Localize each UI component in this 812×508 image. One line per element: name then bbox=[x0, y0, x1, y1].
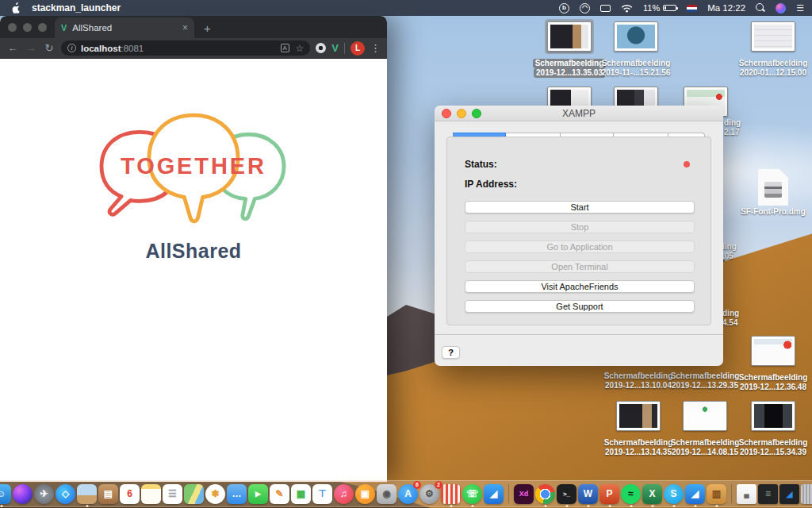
tab-title: AllShared bbox=[72, 23, 177, 33]
dock-app-icon-popcorn[interactable] bbox=[441, 484, 461, 504]
dock-app-icon-numbers[interactable]: ▦ bbox=[291, 484, 311, 504]
dock-app-icon-calendar[interactable]: 6 bbox=[120, 484, 140, 504]
new-tab-button[interactable]: + bbox=[194, 21, 220, 38]
tab-close-icon[interactable]: × bbox=[182, 22, 188, 33]
active-app-name[interactable]: stackman_launcher bbox=[32, 2, 121, 13]
dock-file-icon-node-terminal-window[interactable]: ≡ bbox=[758, 484, 778, 504]
file-thumbnail[interactable] bbox=[751, 401, 795, 431]
dock-app-icon-skype[interactable]: S bbox=[664, 484, 684, 504]
file-thumbnail[interactable] bbox=[614, 21, 658, 52]
file-thumbnail[interactable] bbox=[751, 336, 795, 366]
dock-app-icon-whatsapp[interactable]: ☏ bbox=[462, 484, 482, 504]
file-thumbnail[interactable] bbox=[547, 21, 592, 52]
dock-app-icon-pages[interactable]: ✎ bbox=[270, 484, 289, 504]
desktop-icon-screenshot[interactable]: Schermafbeelding2019-12...15.34.39 bbox=[729, 398, 812, 457]
site-info-icon[interactable]: i bbox=[67, 44, 76, 52]
forward-icon[interactable]: → bbox=[25, 42, 37, 54]
dock-app-icon-chrome[interactable] bbox=[535, 484, 555, 504]
input-language-flag-nl[interactable] bbox=[687, 5, 697, 12]
status-indicator-red bbox=[684, 161, 690, 167]
dock-app-icon-photos[interactable]: ✽ bbox=[205, 484, 225, 504]
dock-app-icon-finder[interactable]: ☺ bbox=[0, 484, 11, 504]
dock-file-icon-trash[interactable] bbox=[801, 484, 812, 504]
dock-app-icon-itunes[interactable]: ♫ bbox=[334, 484, 354, 504]
xampp-action-button[interactable]: Open Terminal bbox=[465, 260, 695, 273]
battery-icon bbox=[663, 5, 676, 11]
url-text[interactable]: localhost:8081 bbox=[81, 44, 144, 53]
minimize-window-button[interactable] bbox=[23, 23, 32, 32]
dock-app-icon-screenshot[interactable]: ◉ bbox=[377, 484, 396, 504]
xampp-titlebar[interactable]: XAMPP bbox=[435, 106, 723, 121]
dock-app-icon-vscode-2[interactable]: ◢ bbox=[685, 484, 705, 504]
dock-app-icon-excel[interactable]: X bbox=[642, 484, 662, 504]
notification-center-icon[interactable]: ☰ bbox=[796, 2, 804, 13]
file-thumbnail[interactable] bbox=[751, 21, 795, 52]
xampp-action-button[interactable]: Start bbox=[465, 201, 695, 214]
translate-icon[interactable]: A bbox=[281, 44, 289, 52]
browser-tab[interactable]: V AllShared × bbox=[55, 17, 194, 38]
dock-app-icon-system-preferences[interactable]: ⚙ 2 bbox=[419, 484, 439, 504]
dock-file-icon-document-file[interactable]: ▄ bbox=[737, 484, 756, 504]
dock-app-icon-preview[interactable] bbox=[77, 484, 97, 504]
airplay-display-icon[interactable] bbox=[600, 5, 611, 12]
close-window-button[interactable] bbox=[8, 23, 17, 32]
dock-app-icon-messages[interactable]: … bbox=[227, 484, 247, 504]
reload-icon[interactable]: ↻ bbox=[43, 42, 56, 54]
dock-file-icon-vscode-window[interactable]: ◢ bbox=[779, 484, 799, 504]
dock-app-icon-reminders[interactable]: ☰ bbox=[163, 484, 182, 504]
dock-app-icon-adobe-xd[interactable]: Xd bbox=[514, 484, 534, 504]
dock-app-icon-vscode[interactable]: ◢ bbox=[484, 484, 504, 504]
window-controls[interactable] bbox=[0, 23, 55, 38]
bookmark-star-icon[interactable]: ☆ bbox=[296, 43, 304, 54]
xampp-action-button[interactable]: Get Support bbox=[465, 300, 695, 313]
back-icon[interactable]: ← bbox=[6, 42, 19, 54]
backup-status-icon[interactable]: b bbox=[559, 3, 569, 13]
dock-app-icon-contacts[interactable]: ▤ bbox=[98, 484, 118, 504]
dock-app-icon-facetime[interactable]: ▶ bbox=[248, 484, 268, 504]
help-button[interactable]: ? bbox=[442, 346, 460, 359]
menu-bar-clock[interactable]: Ma 12:22 bbox=[707, 3, 745, 13]
dock-app-icon-archive-box[interactable]: ▥ bbox=[707, 484, 726, 504]
battery-indicator[interactable]: 11% bbox=[643, 3, 676, 13]
dock-app-icon-appstore[interactable]: A 6 bbox=[398, 484, 418, 504]
ip-address-label: IP Address: bbox=[465, 179, 517, 190]
dock: ☺ ✈ ◇ bbox=[0, 480, 812, 507]
chrome-menu-icon[interactable]: ⋮ bbox=[370, 42, 381, 54]
apple-menu-icon[interactable] bbox=[11, 2, 21, 13]
desktop-icon-screenshot[interactable]: Schermafbeelding2020-01...12.15.00 bbox=[729, 19, 812, 78]
dock-app-icon-maps[interactable] bbox=[184, 484, 204, 504]
dock-apps-group: ☺ ✈ ◇ bbox=[0, 484, 504, 504]
dock-app-icon-word[interactable]: W bbox=[578, 484, 598, 504]
dock-app-icon-safari[interactable]: ◇ bbox=[56, 484, 75, 504]
window-title: XAMPP bbox=[435, 108, 723, 119]
address-bar[interactable]: i localhost:8081 A ☆ bbox=[61, 40, 310, 56]
xampp-action-button[interactable]: Stop bbox=[465, 221, 695, 233]
spotlight-search-icon[interactable] bbox=[756, 3, 765, 13]
profile-avatar[interactable]: L bbox=[350, 41, 365, 56]
xampp-action-button[interactable]: Go to Application bbox=[465, 241, 695, 253]
dock-app-icon-terminal[interactable]: >_ bbox=[557, 484, 576, 504]
wifi-icon[interactable] bbox=[621, 2, 633, 13]
desktop-icon-screenshot[interactable]: Schermafbeelding2019-11-...15.21.56 bbox=[592, 19, 680, 78]
dock-app-icon-spotify[interactable]: ≈ bbox=[621, 484, 641, 504]
creative-cloud-icon[interactable]: ◠ bbox=[580, 3, 590, 13]
dock-app-icon-books[interactable]: ▣ bbox=[355, 484, 375, 504]
file-thumbnail[interactable] bbox=[683, 401, 727, 431]
chrome-window: V AllShared × + ← → ↻ i localhost:8081 A… bbox=[0, 16, 387, 483]
toolbar-divider bbox=[344, 43, 345, 54]
dock-app-icon-keynote[interactable]: ⊤ bbox=[312, 484, 332, 504]
chrome-tab-strip: V AllShared × + bbox=[0, 16, 387, 38]
dock-app-icon-notes[interactable] bbox=[141, 484, 161, 504]
file-thumbnail[interactable] bbox=[616, 401, 661, 431]
zoom-window-button[interactable] bbox=[38, 23, 47, 32]
dmg-file-icon[interactable] bbox=[758, 169, 788, 206]
dock-app-icon-launchpad[interactable]: ✈ bbox=[34, 484, 54, 504]
xampp-action-button[interactable]: Visit ApacheFriends bbox=[465, 280, 695, 293]
desktop-icon-screenshot[interactable]: Schermafbeelding2019-12...12.36.48 bbox=[729, 333, 812, 392]
desktop-icon-dmg[interactable]: SF-Font-Pro.dmg bbox=[729, 169, 812, 217]
vue-devtools-icon[interactable]: V bbox=[331, 42, 339, 54]
dock-app-icon-powerpoint[interactable]: P bbox=[599, 484, 619, 504]
extension-icon[interactable] bbox=[316, 43, 326, 53]
dock-app-icon-siri[interactable] bbox=[13, 484, 33, 504]
siri-icon[interactable] bbox=[776, 3, 786, 13]
